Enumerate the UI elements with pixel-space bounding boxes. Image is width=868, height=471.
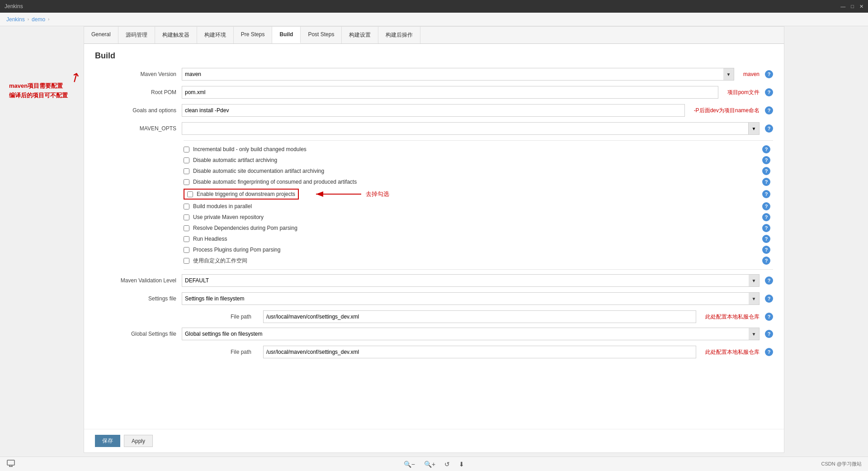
checkbox-private-maven-help-icon[interactable]: ? — [762, 213, 770, 221]
root-pom-row: Root POM 项目pom文件 ? — [95, 86, 773, 99]
checkbox-site-doc[interactable] — [184, 168, 189, 174]
close-button[interactable]: ✕ — [859, 4, 863, 10]
zoom-reset-icon[interactable]: ↺ — [444, 461, 450, 468]
checkbox-triggering[interactable] — [187, 191, 193, 197]
global-settings-help-icon[interactable]: ? — [765, 330, 773, 338]
file-path-row: File path 此处配置本地私服仓库 ? — [231, 310, 773, 323]
goals-input[interactable] — [182, 104, 685, 117]
tab-source[interactable]: 源码管理 — [118, 27, 155, 43]
maven-opts-row: MAVEN_OPTS ▼ ? — [95, 122, 773, 135]
triggering-arrow-svg — [311, 189, 366, 200]
tab-presteps[interactable]: Pre Steps — [234, 27, 273, 43]
page-title: Build — [95, 51, 773, 61]
root-pom-input[interactable] — [182, 86, 718, 99]
checkbox-row-private-maven: Use private Maven repository ? — [184, 213, 773, 221]
tab-poststeps[interactable]: Post Steps — [301, 27, 342, 43]
tab-build[interactable]: Build — [272, 27, 301, 43]
checkbox-triggering-help-icon[interactable]: ? — [762, 190, 770, 198]
checkbox-private-maven-label: Use private Maven repository — [193, 214, 264, 220]
checkbox-parallel-help-icon[interactable]: ? — [762, 202, 770, 210]
settings-file-help-icon[interactable]: ? — [765, 295, 773, 303]
tab-general[interactable]: General — [84, 27, 118, 43]
breadcrumb-demo[interactable]: demo — [32, 16, 45, 23]
checkbox-process-plugins-help-icon[interactable]: ? — [762, 246, 770, 254]
checkbox-headless[interactable] — [184, 236, 189, 242]
checkbox-headless-label: Run Headless — [193, 236, 227, 242]
root-pom-label: Root POM — [95, 89, 176, 95]
checkbox-incremental-help-icon[interactable]: ? — [762, 145, 770, 153]
checkbox-row-fingerprint: Disable automatic fingerprinting of cons… — [184, 178, 773, 186]
checkbox-row-incremental: Incremental build - only build changed m… — [184, 145, 773, 153]
save-button[interactable]: 保存 — [95, 435, 120, 447]
minimize-button[interactable]: — — [840, 4, 845, 10]
maven-version-select[interactable]: maven — [182, 68, 734, 81]
goals-help-icon[interactable]: ? — [765, 106, 773, 114]
checkbox-parallel-label: Build modules in parallel — [193, 203, 252, 209]
global-settings-select[interactable]: Global settings file on filesystem — [182, 328, 760, 340]
checkbox-row-workspace: 使用自定义的工作空间 ? — [184, 257, 773, 265]
checkbox-workspace-help-icon[interactable]: ? — [762, 257, 770, 265]
breadcrumb-jenkins[interactable]: Jenkins — [6, 16, 25, 23]
checkbox-site-doc-help-icon[interactable]: ? — [762, 167, 770, 175]
maven-opts-help-icon[interactable]: ? — [765, 124, 773, 133]
global-settings-row: Global Settings file Global settings fil… — [95, 328, 773, 340]
tab-env[interactable]: 构建环境 — [197, 27, 234, 43]
maven-version-annotation: maven — [743, 71, 760, 77]
checkbox-private-maven[interactable] — [184, 214, 189, 220]
goals-annotation: -P后面dev为项目name命名 — [694, 107, 760, 114]
file-path-input[interactable] — [263, 310, 696, 323]
file-path-help-icon[interactable]: ? — [765, 313, 773, 321]
checkbox-row-artifact: Disable automatic artifact archiving ? — [184, 156, 773, 164]
checkbox-incremental[interactable] — [184, 147, 189, 152]
maven-version-help-icon[interactable]: ? — [765, 70, 773, 78]
action-buttons-bar: 保存 Apply — [84, 429, 784, 452]
zoom-in-icon[interactable]: 🔍+ — [424, 461, 435, 468]
maven-opts-dropdown-btn[interactable]: ▼ — [749, 122, 760, 135]
separator — [184, 140, 773, 141]
monitor-icon — [6, 460, 15, 467]
checkbox-fingerprint[interactable] — [184, 179, 189, 185]
checkbox-row-resolve-deps: Resolve Dependencies during Pom parsing … — [184, 224, 773, 232]
checkbox-workspace-label: 使用自定义的工作空间 — [193, 257, 247, 265]
maven-validation-help-icon[interactable]: ? — [765, 276, 773, 285]
root-pom-help-icon[interactable]: ? — [765, 88, 773, 96]
settings-file-select[interactable]: Settings file in filesystem — [182, 292, 760, 305]
global-file-path-label: File path — [231, 349, 258, 355]
checkbox-row-headless: Run Headless ? — [184, 235, 773, 243]
maven-validation-select[interactable]: DEFAULT — [182, 274, 760, 287]
status-bar-left-icon — [6, 460, 15, 468]
checkbox-process-plugins-label: Process Plugins during Pom parsing — [193, 247, 280, 253]
checkbox-fingerprint-help-icon[interactable]: ? — [762, 178, 770, 186]
global-settings-label: Global Settings file — [95, 331, 176, 337]
zoom-out-icon[interactable]: 🔍− — [404, 461, 415, 468]
breadcrumb-sep1: › — [28, 17, 29, 22]
tab-settings[interactable]: 构建设置 — [342, 27, 378, 43]
enable-triggering-highlight-box: Enable triggering of downstream projects — [184, 189, 299, 200]
apply-button[interactable]: Apply — [124, 435, 153, 447]
maven-version-label: Maven Version — [95, 71, 176, 77]
maven-version-select-wrapper: maven ▼ — [182, 68, 734, 81]
download-icon[interactable]: ⬇ — [459, 461, 464, 468]
checkbox-workspace[interactable] — [184, 258, 189, 264]
checkbox-resolve-deps[interactable] — [184, 225, 189, 231]
tab-post-build[interactable]: 构建后操作 — [378, 27, 420, 43]
checkbox-artifact[interactable] — [184, 157, 189, 163]
maven-version-row: Maven Version maven ▼ maven ? — [95, 68, 773, 81]
goals-row: Goals and options -P后面dev为项目name命名 ? — [95, 104, 773, 117]
checkbox-parallel[interactable] — [184, 204, 189, 209]
status-bar: 🔍− 🔍+ ↺ ⬇ CSDN @学习微站 — [0, 457, 868, 471]
maven-opts-input[interactable] — [182, 122, 749, 135]
checkbox-process-plugins[interactable] — [184, 247, 189, 253]
separator2 — [184, 269, 773, 270]
checkbox-row-site-doc: Disable automatic site documentation art… — [184, 167, 773, 175]
checkbox-artifact-label: Disable automatic artifact archiving — [193, 157, 277, 163]
checkbox-artifact-help-icon[interactable]: ? — [762, 156, 770, 164]
checkbox-headless-help-icon[interactable]: ? — [762, 235, 770, 243]
checkbox-resolve-deps-help-icon[interactable]: ? — [762, 224, 770, 232]
global-file-path-help-icon[interactable]: ? — [765, 348, 773, 356]
tab-triggers[interactable]: 构建触发器 — [155, 27, 197, 43]
restore-button[interactable]: □ — [851, 4, 854, 10]
maven-opts-label: MAVEN_OPTS — [95, 125, 176, 132]
root-pom-annotation: 项目pom文件 — [727, 89, 760, 96]
global-file-path-input[interactable] — [263, 346, 696, 358]
